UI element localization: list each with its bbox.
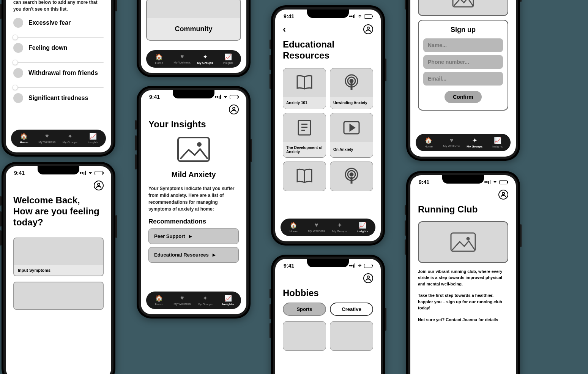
tab-insights[interactable]: 📈Insights <box>351 222 374 233</box>
signup-form: Sign up Confirm <box>418 20 508 111</box>
tab-groups[interactable]: ✦My Groups <box>328 222 351 233</box>
tab-home[interactable]: 🏠Home <box>148 53 171 65</box>
phone-community: Community 🏠Home ♥My Wellness ✦My Groups … <box>137 0 251 77</box>
tab-groups[interactable]: ✦My Groups <box>194 53 217 65</box>
resource-card[interactable] <box>330 162 373 191</box>
battery-icon <box>364 14 372 19</box>
podcast-icon <box>330 162 373 191</box>
home-icon: 🏠 <box>155 295 163 302</box>
tab-home[interactable]: 🏠Home <box>282 222 305 233</box>
heart-icon: ♥ <box>315 222 318 228</box>
rec-peer-support[interactable]: Peer Support▶ <box>148 228 239 244</box>
profile-icon[interactable] <box>363 273 373 283</box>
phone-welcome: 9:41 ••ıl Welcome Back,How are you feeli… <box>2 162 115 374</box>
tab-groups[interactable]: ✦My Groups <box>58 133 82 144</box>
tab-groups[interactable]: ✦My Groups <box>194 295 217 306</box>
wifi-icon <box>357 263 363 269</box>
tab-nav: 🏠Home ♥My Wellness ✦My Groups 📈Insights <box>281 219 375 236</box>
resources-title: Educational Resources <box>283 39 373 61</box>
tab-wellness[interactable]: ♥My Wellness <box>440 137 463 148</box>
chevron-right-icon: ▶ <box>213 253 216 257</box>
tab-insights[interactable]: 📈Insights <box>82 133 105 144</box>
symptom-slider[interactable] <box>13 62 104 63</box>
resource-card[interactable]: On Anxiety <box>330 113 373 158</box>
sparkle-icon: ✦ <box>472 137 477 144</box>
tab-nav: 🏠Home ♥My Wellness ✦My Groups 📈Insights <box>416 134 511 151</box>
hobby-card[interactable] <box>283 321 326 351</box>
home-icon: 🏠 <box>155 53 163 60</box>
symptom-slider[interactable] <box>13 87 104 88</box>
profile-icon[interactable] <box>498 190 508 200</box>
club-body: Not sure yet? Contact Joanna for details <box>418 317 508 323</box>
sparkle-icon: ✦ <box>203 53 208 60</box>
resource-card[interactable]: Anxiety 101 <box>283 68 326 109</box>
confirm-button[interactable]: Confirm <box>445 91 482 103</box>
hobbies-title: Hobbies <box>283 288 373 299</box>
rec-educational[interactable]: Educational Resources▶ <box>148 247 239 263</box>
document-icon <box>283 113 326 142</box>
insights-desc: Your Symptoms indicate that you suffer f… <box>148 185 239 212</box>
svg-rect-2 <box>178 138 209 161</box>
symptom-item: Withdrawal from friends <box>13 68 104 78</box>
tab-nav: 🏠Home ♥My Wellness ✦My Groups 📈Insights <box>146 50 241 68</box>
input-card[interactable] <box>13 282 104 310</box>
tab-creative[interactable]: Creative <box>330 303 373 316</box>
signal-icon: ••ıl <box>349 263 356 269</box>
email-field[interactable] <box>423 72 503 86</box>
symptom-item: Significant tiredness <box>13 93 104 103</box>
symptoms-intro: can search below to add any more that yo… <box>13 0 104 13</box>
back-button[interactable]: ‹ <box>283 24 286 35</box>
hobby-card[interactable] <box>330 321 373 351</box>
symptom-slider[interactable] <box>13 37 104 38</box>
tab-insights[interactable]: 📈Insights <box>217 295 240 306</box>
sparkle-icon: ✦ <box>68 133 73 140</box>
tab-home[interactable]: 🏠Home <box>148 295 171 306</box>
chevron-right-icon: ▶ <box>189 234 192 238</box>
resource-card[interactable]: The Development of Anxiety <box>283 113 326 158</box>
home-icon: 🏠 <box>20 133 28 140</box>
signal-icon: ••ıl <box>214 94 221 100</box>
chart-icon: 📈 <box>224 295 232 302</box>
heart-icon: ♥ <box>45 133 49 139</box>
svg-point-0 <box>98 183 100 185</box>
status-time: 9:41 <box>14 170 25 176</box>
profile-icon[interactable] <box>363 24 373 34</box>
phone-hobbies: 9:41 ••ıl Hobbies Sports Creative <box>271 255 385 374</box>
home-icon: 🏠 <box>425 137 432 144</box>
home-icon: 🏠 <box>290 222 297 229</box>
phone-resources: 9:41 ••ıl ‹ Educational Resources Anxiet… <box>271 5 385 246</box>
svg-point-4 <box>367 27 369 29</box>
community-card[interactable]: Community <box>146 0 241 41</box>
status-time: 9:41 <box>419 179 429 185</box>
wifi-icon <box>88 170 93 176</box>
tab-wellness[interactable]: ♥My Wellness <box>171 295 194 306</box>
phone-insights: 9:41 ••ıl Your Insights Mild Anxiety You… <box>137 86 251 319</box>
resource-card[interactable]: Unwinding Anxiety <box>330 68 373 109</box>
tab-insights[interactable]: 📈Insights <box>217 53 240 65</box>
tab-home[interactable]: 🏠Home <box>13 133 36 144</box>
svg-point-16 <box>367 276 369 278</box>
phone-symptoms: can search below to add any more that yo… <box>2 0 115 157</box>
phone-field[interactable] <box>423 55 503 69</box>
heart-icon: ♥ <box>180 53 184 60</box>
tab-wellness[interactable]: ♥My Wellness <box>171 53 194 65</box>
tab-wellness[interactable]: ♥My Wellness <box>36 133 59 144</box>
svg-rect-20 <box>451 233 475 251</box>
profile-icon[interactable] <box>229 105 239 114</box>
tab-wellness[interactable]: ♥My Wellness <box>305 222 328 233</box>
tab-home[interactable]: 🏠Home <box>417 137 440 148</box>
resource-card[interactable] <box>283 162 326 191</box>
podcast-icon <box>330 68 373 97</box>
tab-nav: 🏠Home ♥My Wellness ✦My Groups 📈Insights <box>146 292 241 309</box>
name-field[interactable] <box>423 38 503 52</box>
heart-icon: ♥ <box>180 295 184 301</box>
tab-insights[interactable]: 📈Insights <box>486 137 509 148</box>
tab-groups[interactable]: ✦My Groups <box>463 137 486 148</box>
diagnosis: Mild Anxiety <box>148 170 239 179</box>
battery-icon <box>499 180 508 184</box>
profile-icon[interactable] <box>94 181 104 190</box>
battery-icon <box>230 95 238 99</box>
tab-sports[interactable]: Sports <box>283 303 326 316</box>
status-time: 9:41 <box>149 94 160 100</box>
input-symptoms-card[interactable]: Input Symptoms <box>13 238 104 276</box>
